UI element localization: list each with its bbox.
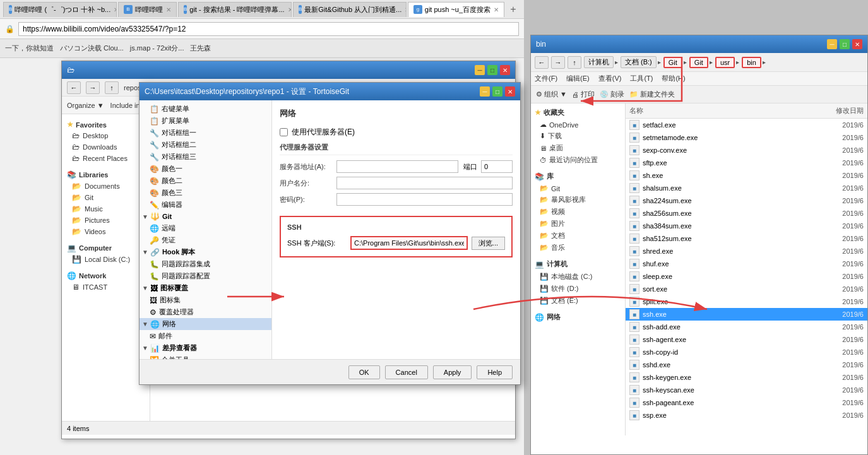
tab-3[interactable]: B git - 搜索结果 - 哔哩哔哩弹幕... ✕ bbox=[178, 2, 292, 17]
tree-item-git[interactable]: ▼ 🔱 Git bbox=[140, 211, 271, 222]
new-tab-button[interactable]: + bbox=[506, 2, 521, 17]
toolbar-item-4[interactable]: 王先森 bbox=[190, 44, 211, 53]
path-seg-bin[interactable]: bin bbox=[742, 57, 761, 68]
minimize-button[interactable]: ─ bbox=[475, 65, 485, 75]
bin-lib-git[interactable]: 📂Git bbox=[531, 183, 625, 194]
tab-close-5[interactable]: ✕ bbox=[494, 6, 499, 13]
tree-item-editor[interactable]: ✏️ 编辑器 bbox=[140, 199, 271, 211]
password-input[interactable] bbox=[336, 193, 513, 206]
tree-item-merge[interactable]: 🔀 合并工具 bbox=[140, 354, 271, 359]
bin-drive-d[interactable]: 💾软件 (D:) bbox=[531, 283, 625, 295]
path-computer[interactable]: 计算机 ▸ bbox=[584, 56, 618, 68]
toolbar-item-3[interactable]: js.map - 72xit分... bbox=[130, 44, 184, 53]
bin-sidebar-onedrive[interactable]: ☁OneDrive bbox=[531, 119, 625, 130]
bin-drive-e[interactable]: 💾文档 (E:) bbox=[531, 295, 625, 307]
tree-item-issue-tracker1[interactable]: 🐛 同题跟踪器集成 bbox=[140, 258, 271, 270]
path-bin[interactable]: bin ▸ bbox=[742, 57, 766, 68]
path-git1[interactable]: Git ▸ bbox=[663, 57, 687, 68]
bin-file-row[interactable]: ■ sleep.exe 2019/6 bbox=[626, 270, 867, 283]
tree-item-extend-menu[interactable]: 📋 扩展菜单 bbox=[140, 115, 271, 127]
close-button[interactable]: ✕ bbox=[500, 65, 510, 75]
bin-col-name[interactable]: 名称 bbox=[629, 106, 770, 115]
path-seg-git2[interactable]: Git bbox=[689, 57, 708, 68]
bin-sidebar-download[interactable]: ⬇下载 bbox=[531, 130, 625, 142]
bin-file-row[interactable]: ■ ssh-keygen.exe 2019/6 bbox=[626, 371, 867, 384]
sidebar-item-recent[interactable]: 🗁Recent Places bbox=[62, 153, 150, 164]
tree-item-color3[interactable]: 🎨 颜色三 bbox=[140, 187, 271, 199]
sidebar-item-itcast[interactable]: 🖥ITCAST bbox=[62, 281, 150, 293]
bin-file-row[interactable]: ■ ssh-agent.exe 2019/6 bbox=[626, 333, 867, 346]
tab-1[interactable]: B 哔哩哔哩 (゜-゜)つロ 十补 ~b... ✕ bbox=[3, 2, 117, 17]
bin-file-row[interactable]: ■ sftp.exe 2019/6 bbox=[626, 157, 867, 169]
organize-button[interactable]: Organize ▼ bbox=[67, 102, 104, 109]
menu-file[interactable]: 文件(F) bbox=[535, 74, 557, 83]
use-proxy-checkbox[interactable] bbox=[280, 128, 288, 136]
bin-lib-music[interactable]: 📂音乐 bbox=[531, 242, 625, 254]
maximize-button[interactable]: □ bbox=[487, 65, 497, 75]
bin-col-date[interactable]: 修改日期 bbox=[770, 106, 864, 115]
tab-close-3[interactable]: ✕ bbox=[288, 6, 292, 13]
bin-file-row[interactable]: ■ shalsum.exe 2019/6 bbox=[626, 182, 867, 194]
bin-file-row[interactable]: ■ shuf.exe 2019/6 bbox=[626, 257, 867, 270]
bin-drive-c[interactable]: 💾本地磁盘 (C:) bbox=[531, 271, 625, 283]
bin-file-row[interactable]: ■ ssh-copy-id 2019/6 bbox=[626, 346, 867, 358]
help-button[interactable]: Help bbox=[477, 365, 513, 379]
sidebar-item-desktop[interactable]: 🗁Desktop bbox=[62, 130, 150, 141]
bin-file-row[interactable]: ■ sha224sum.exe 2019/6 bbox=[626, 194, 867, 207]
path-seg-usr[interactable]: usr bbox=[715, 57, 735, 68]
ssh-browse-button[interactable]: 浏览... bbox=[472, 237, 505, 250]
tree-item-issue-tracker2[interactable]: 🐛 同题跟踪器配置 bbox=[140, 270, 271, 282]
tree-item-icon-overlay[interactable]: ▼ 🖼 图标覆盖 bbox=[140, 282, 271, 294]
bin-file-row[interactable]: ■ sha384sum.exe 2019/6 bbox=[626, 220, 867, 232]
bin-file-row[interactable]: ■ setmetamode.exe 2019/6 bbox=[626, 131, 867, 144]
tab-close-4[interactable]: ✕ bbox=[405, 6, 407, 13]
ssh-client-input[interactable] bbox=[350, 236, 468, 250]
bin-file-row[interactable]: ■ split.exe 2019/6 bbox=[626, 295, 867, 308]
path-seg-doc[interactable]: 文档 (B:) bbox=[621, 56, 657, 68]
server-input[interactable] bbox=[336, 160, 458, 173]
url-input[interactable] bbox=[18, 22, 519, 36]
tortoise-close[interactable]: ✕ bbox=[505, 86, 515, 97]
tree-item-credentials[interactable]: 🔑 凭证 bbox=[140, 234, 271, 246]
bin-lib-storm[interactable]: 📂暴风影视库 bbox=[531, 194, 625, 206]
bin-up-btn[interactable]: ↑ bbox=[568, 56, 581, 69]
bin-back-btn[interactable]: ← bbox=[535, 56, 549, 69]
path-doc[interactable]: 文档 (B:) ▸ bbox=[621, 56, 661, 68]
sidebar-item-git[interactable]: 📂Git bbox=[62, 192, 150, 203]
tree-item-hook[interactable]: ▼ 🔗 Hook 脚本 bbox=[140, 246, 271, 258]
bin-sidebar-desktop[interactable]: 🖥桌面 bbox=[531, 142, 625, 154]
back-button[interactable]: ← bbox=[67, 81, 81, 94]
sidebar-item-videos[interactable]: 📂Videos bbox=[62, 226, 150, 237]
sidebar-item-documents[interactable]: 📂Documents bbox=[62, 180, 150, 192]
ok-button[interactable]: OK bbox=[348, 365, 380, 379]
bin-file-row[interactable]: ■ shred.exe 2019/6 bbox=[626, 245, 867, 257]
tab-5-active[interactable]: g git push ~u_百度搜索 ✕ bbox=[408, 2, 504, 17]
sidebar-item-music[interactable]: 📂Music bbox=[62, 203, 150, 215]
bin-file-row[interactable]: ■ ssh-pageant.exe 2019/6 bbox=[626, 396, 867, 409]
bin-file-row[interactable]: ■ sha256sum.exe 2019/6 bbox=[626, 207, 867, 220]
menu-edit[interactable]: 编辑(E) bbox=[566, 74, 590, 83]
bin-organize-btn[interactable]: ⚙ 组织 ▼ bbox=[536, 90, 567, 99]
bin-lib-pics[interactable]: 📂图片 bbox=[531, 218, 625, 230]
tree-item-overlay-handler[interactable]: ⚙ 覆盖处理器 bbox=[140, 306, 271, 318]
port-input[interactable] bbox=[481, 160, 513, 173]
tree-item-color2[interactable]: 🎨 颜色二 bbox=[140, 175, 271, 187]
bin-file-row[interactable]: ■ sshd.exe 2019/6 bbox=[626, 358, 867, 371]
tree-item-dialog3[interactable]: 🔧 对话框组三 bbox=[140, 151, 271, 163]
toolbar-item-1[interactable]: 一下，你就知道 bbox=[5, 44, 54, 53]
tab-2[interactable]: B 哔哩哔哩 ✕ bbox=[118, 2, 177, 17]
sidebar-item-pictures[interactable]: 📂Pictures bbox=[62, 215, 150, 226]
bin-file-row[interactable]: ■ ssh-add.exe 2019/6 bbox=[626, 321, 867, 333]
bin-file-row[interactable]: ■ ssp.exe 2019/6 bbox=[626, 409, 867, 422]
tab-4[interactable]: B 最新Git&Github 从入门到精通... ✕ bbox=[293, 2, 407, 17]
bin-file-row[interactable]: ■ ssh-keyscan.exe 2019/6 bbox=[626, 384, 867, 396]
bin-lib-video[interactable]: 📂视频 bbox=[531, 206, 625, 218]
sidebar-item-localdisk[interactable]: 💾Local Disk (C:) bbox=[62, 254, 150, 265]
bin-lib-docs[interactable]: 📂文档 bbox=[531, 230, 625, 242]
tab-close-2[interactable]: ✕ bbox=[166, 6, 171, 13]
path-usr[interactable]: usr ▸ bbox=[715, 57, 739, 68]
path-seg-computer[interactable]: 计算机 bbox=[584, 56, 614, 68]
apply-button[interactable]: Apply bbox=[433, 365, 472, 379]
tree-item-right-click-menu[interactable]: 📋 右键菜单 bbox=[140, 103, 271, 115]
bin-file-row[interactable]: ■ sh.exe 2019/6 bbox=[626, 169, 867, 182]
